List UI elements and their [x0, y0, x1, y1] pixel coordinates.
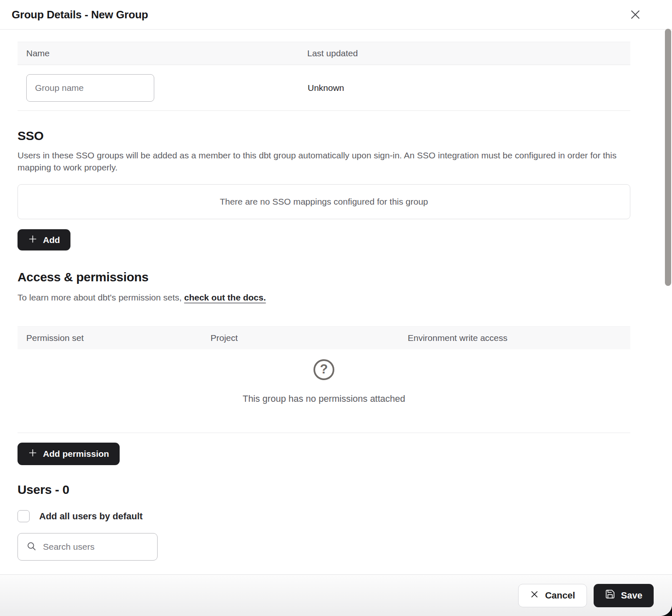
save-floppy-icon [605, 589, 615, 602]
add-all-users-checkbox[interactable] [18, 510, 30, 522]
add-all-users-label[interactable]: Add all users by default [39, 511, 143, 522]
save-button[interactable]: Save [594, 584, 654, 607]
sso-description: Users in these SSO groups will be added … [18, 149, 630, 173]
save-label: Save [621, 590, 642, 601]
access-permissions-description: To learn more about dbt's permission set… [18, 291, 630, 303]
close-icon [629, 8, 642, 22]
scrollbar-thumb[interactable] [665, 29, 671, 286]
column-header-environment-write-access: Environment write access [399, 333, 630, 343]
scrollbar-track[interactable] [664, 30, 672, 574]
add-all-users-row: Add all users by default [18, 510, 630, 522]
add-permission-button[interactable]: Add permission [18, 443, 120, 465]
sso-empty-message: There are no SSO mappings configured for… [220, 197, 428, 207]
users-heading: Users - 0 [18, 482, 630, 497]
column-header-permission-set: Permission set [18, 333, 202, 343]
column-header-project: Project [202, 333, 399, 343]
docs-link[interactable]: check out the docs. [184, 293, 266, 302]
access-permissions-heading: Access & permissions [18, 270, 630, 285]
group-name-row: Unknown [18, 65, 630, 111]
search-icon [26, 541, 37, 553]
column-header-last-updated: Last updated [298, 48, 630, 58]
group-name-input[interactable] [26, 74, 154, 102]
question-circle-icon: ? [313, 359, 334, 380]
cancel-button[interactable]: Cancel [518, 584, 587, 607]
cancel-label: Cancel [545, 590, 575, 601]
sso-section: SSO Users in these SSO groups will be ad… [18, 128, 630, 250]
group-name-table-header: Name Last updated [18, 42, 630, 65]
search-users-input[interactable] [43, 542, 150, 552]
sso-heading: SSO [18, 128, 630, 143]
users-section: Users - 0 Add all users by default [18, 482, 630, 561]
group-details-dialog: Group Details - New Group Name Last upda… [0, 0, 672, 616]
permissions-table-header: Permission set Project Environment write… [18, 326, 630, 349]
add-sso-mapping-label: Add [43, 235, 60, 245]
search-users-box [18, 533, 158, 561]
column-header-name: Name [18, 48, 298, 58]
cancel-x-icon [530, 590, 539, 601]
last-updated-value: Unknown [298, 83, 630, 93]
dialog-header: Group Details - New Group [0, 0, 672, 30]
close-button[interactable] [629, 8, 642, 22]
add-permission-label: Add permission [43, 449, 109, 459]
add-sso-mapping-button[interactable]: Add [18, 229, 70, 250]
permissions-divider [18, 433, 630, 433]
dialog-title: Group Details - New Group [12, 8, 148, 21]
dialog-footer: Cancel Save [0, 574, 672, 616]
access-permissions-section: Access & permissions To learn more about… [18, 270, 630, 465]
sso-empty-state: There are no SSO mappings configured for… [18, 184, 630, 219]
plus-icon [28, 234, 38, 246]
permissions-table: Permission set Project Environment write… [18, 326, 630, 433]
permissions-empty-message: This group has no permissions attached [18, 393, 630, 404]
group-name-table: Name Last updated Unknown [18, 42, 630, 111]
permissions-empty-state: ? This group has no permissions attached [18, 359, 630, 404]
plus-icon [28, 448, 38, 460]
access-description-text: To learn more about dbt's permission set… [18, 293, 184, 302]
